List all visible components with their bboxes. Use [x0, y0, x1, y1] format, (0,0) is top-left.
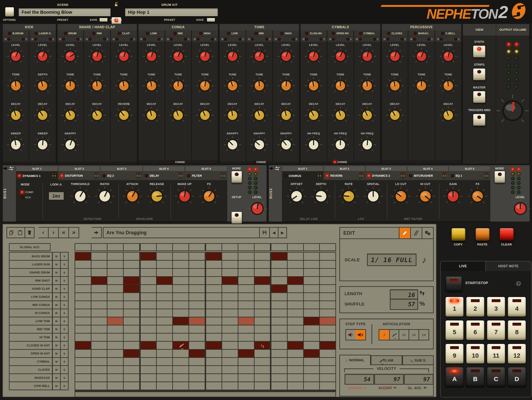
bus-slot-tab-1[interactable]: SLOT 1	[16, 166, 58, 171]
knob-dial[interactable]	[331, 106, 349, 125]
track-button-bass-drum[interactable]: BASS DRUM	[9, 252, 53, 261]
step-maracas-16[interactable]	[320, 374, 336, 381]
pad-9-key[interactable]: 9	[446, 344, 463, 363]
pattern-name-field[interactable]: Are You Dragging	[103, 228, 259, 238]
prev-pattern-button[interactable]: ‹	[38, 227, 49, 238]
bus-slot-dynamics-2[interactable]: DYNAMICS 2	[366, 171, 407, 180]
step-rim-shot-1[interactable]	[75, 277, 91, 284]
step-claves-4[interactable]	[124, 366, 139, 373]
track-button-claves[interactable]: CLAVES	[9, 365, 53, 374]
copy-pattern-button[interactable]	[6, 227, 16, 238]
solo-button[interactable]: S	[22, 38, 27, 41]
step-maracas-4[interactable]	[124, 374, 139, 381]
velocity-normal-display[interactable]: 54	[345, 374, 374, 385]
step-open-hi-hat-11[interactable]	[238, 350, 254, 357]
knob-dial[interactable]	[443, 186, 463, 207]
global-accent-step-16[interactable]	[320, 244, 336, 250]
knob-dial[interactable]	[358, 136, 376, 155]
step-bass-drum-16[interactable]	[320, 253, 336, 260]
step-low-conga-9[interactable]	[206, 293, 222, 300]
track-mute-cymbal[interactable]: M	[52, 357, 61, 366]
knob-dial[interactable]	[358, 77, 376, 95]
bus-slot-delay[interactable]: DELAY	[143, 171, 185, 180]
step-hi-tom-5[interactable]	[141, 334, 156, 341]
step-cymbal-16[interactable]	[320, 358, 336, 365]
track-mute-snare-drum[interactable]: M	[52, 268, 61, 277]
track-solo-open-hi-hat[interactable]: S	[60, 349, 69, 358]
mute-button[interactable]: M	[248, 38, 253, 41]
pattern-left-arrow-button[interactable]: ◀	[269, 228, 278, 238]
track-mute-open-hi-hat[interactable]: M	[52, 349, 61, 358]
step-open-hi-hat-16[interactable]	[320, 350, 336, 357]
step-maracas-15[interactable]	[304, 374, 319, 381]
step-hi-conga-11[interactable]	[238, 309, 254, 317]
step-bass-drum-8[interactable]	[189, 253, 205, 260]
step-low-tom-9[interactable]	[206, 317, 222, 325]
step-snare-drum-11[interactable]	[238, 269, 254, 276]
step-cymbal-14[interactable]	[288, 358, 303, 365]
knob-dial[interactable]	[311, 186, 331, 207]
step-closed-hi-hat-14[interactable]	[288, 342, 303, 349]
knob-dial[interactable]	[363, 186, 383, 207]
track-mute-hi-tom[interactable]: M	[52, 333, 61, 342]
step-low-conga-8[interactable]	[189, 293, 205, 300]
step-cymbal-13[interactable]	[271, 358, 287, 365]
scene-field[interactable]: Feel the Booming Blow	[18, 8, 111, 17]
global-accent-step-3[interactable]	[108, 244, 123, 250]
step-snare-drum-3[interactable]	[108, 269, 123, 276]
knob-dial[interactable]	[386, 106, 404, 125]
step-laser-gun-12[interactable]	[254, 261, 270, 268]
knob-dial[interactable]	[7, 47, 25, 66]
step-cymbal-7[interactable]	[173, 358, 189, 365]
solo-button[interactable]: S	[401, 38, 406, 41]
track-button-low-tom[interactable]: LOW TOM	[9, 317, 53, 325]
step-snare-drum-16[interactable]	[320, 269, 336, 276]
step-mid-conga-16[interactable]	[320, 301, 336, 309]
track-mute-claves[interactable]: M	[52, 365, 61, 374]
edit-tab-flam[interactable]: ♪‿FLAM	[371, 355, 402, 365]
step-rim-shot-14[interactable]	[288, 277, 303, 284]
track-solo-claves[interactable]: S	[60, 365, 69, 374]
step-closed-hi-hat-13[interactable]	[271, 342, 287, 349]
step-bass-drum-5[interactable]	[141, 253, 156, 260]
step-cymbal-11[interactable]	[238, 358, 254, 365]
step-laser-gun-11[interactable]	[238, 261, 254, 268]
solo-button[interactable]: S	[455, 38, 459, 41]
knob-dial[interactable]	[439, 47, 457, 66]
global-accent-step-6[interactable]	[157, 244, 172, 250]
drumkit-save-button[interactable]	[207, 18, 215, 22]
bus-slot-filter[interactable]: FILTER	[185, 171, 227, 180]
knob-dial[interactable]	[115, 77, 133, 95]
step-hi-tom-9[interactable]	[206, 334, 222, 341]
step-open-hi-hat-5[interactable]	[141, 350, 156, 357]
step-hi-conga-15[interactable]	[304, 309, 319, 317]
step-hi-tom-6[interactable]	[157, 334, 172, 341]
step-laser-gun-13[interactable]	[271, 261, 287, 268]
last-pattern-button[interactable]: »	[69, 227, 79, 238]
knob-dial[interactable]	[122, 186, 142, 207]
step-low-tom-1[interactable]	[75, 317, 91, 325]
edit-tab-sub-s[interactable]: ♪xSUB S.	[402, 355, 434, 365]
bus-level-knob[interactable]	[247, 198, 267, 219]
step-cymbal-5[interactable]	[141, 358, 156, 365]
global-accent-step-4[interactable]	[124, 244, 139, 250]
bus-slot-tab-4[interactable]: SLOT 4	[407, 166, 449, 171]
track-mute-laser-gun[interactable]: M	[52, 260, 61, 269]
step-hi-conga-9[interactable]	[206, 309, 222, 317]
knob-dial[interactable]	[61, 77, 79, 95]
step-maracas-3[interactable]	[108, 374, 123, 381]
step-cow-bell-15[interactable]	[304, 382, 319, 390]
knob-dial[interactable]	[34, 136, 51, 155]
step-laser-gun-9[interactable]	[206, 261, 222, 268]
track-mute-rim-shot[interactable]: M	[52, 276, 61, 285]
step-low-conga-10[interactable]	[222, 293, 238, 300]
track-button-rim-shot[interactable]: RIM SHOT	[9, 276, 53, 285]
step-low-conga-16[interactable]	[320, 293, 336, 300]
step-maracas-13[interactable]	[271, 374, 287, 381]
knob-dial[interactable]	[224, 77, 241, 95]
step-open-hi-hat-8[interactable]	[189, 350, 205, 357]
step-low-conga-1[interactable]	[75, 293, 91, 300]
step-mid-tom-11[interactable]	[238, 325, 254, 333]
bank-D-key[interactable]: D	[508, 367, 526, 387]
step-bass-drum-2[interactable]	[91, 253, 107, 260]
